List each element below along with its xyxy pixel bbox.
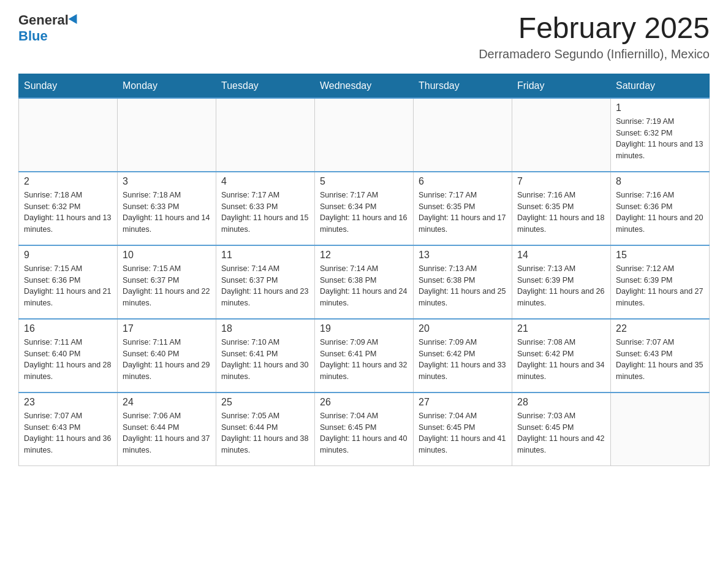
day-number: 21 bbox=[517, 323, 605, 334]
day-number: 23 bbox=[24, 397, 112, 408]
day-info: Sunrise: 7:15 AMSunset: 6:37 PMDaylight:… bbox=[123, 263, 211, 309]
day-of-week-header: Tuesday bbox=[216, 74, 315, 98]
day-number: 3 bbox=[123, 176, 211, 187]
day-info: Sunrise: 7:13 AMSunset: 6:38 PMDaylight:… bbox=[419, 263, 507, 309]
calendar-day-cell: 5Sunrise: 7:17 AMSunset: 6:34 PMDaylight… bbox=[315, 172, 414, 245]
day-number: 6 bbox=[419, 176, 507, 187]
calendar-day-cell: 21Sunrise: 7:08 AMSunset: 6:42 PMDayligh… bbox=[512, 319, 611, 393]
day-number: 11 bbox=[221, 250, 309, 261]
day-info: Sunrise: 7:11 AMSunset: 6:40 PMDaylight:… bbox=[123, 337, 211, 383]
calendar-day-cell: 26Sunrise: 7:04 AMSunset: 6:45 PMDayligh… bbox=[315, 393, 414, 466]
day-number: 4 bbox=[221, 176, 309, 187]
calendar-week-row: 1Sunrise: 7:19 AMSunset: 6:32 PMDaylight… bbox=[19, 98, 710, 172]
logo-triangle-icon bbox=[69, 14, 82, 26]
calendar-day-cell: 10Sunrise: 7:15 AMSunset: 6:37 PMDayligh… bbox=[118, 245, 216, 319]
calendar-day-cell: 11Sunrise: 7:14 AMSunset: 6:37 PMDayligh… bbox=[216, 245, 315, 319]
day-info: Sunrise: 7:03 AMSunset: 6:45 PMDaylight:… bbox=[517, 410, 605, 456]
day-info: Sunrise: 7:14 AMSunset: 6:38 PMDaylight:… bbox=[320, 263, 408, 309]
calendar-day-cell bbox=[414, 98, 512, 172]
header-row: SundayMondayTuesdayWednesdayThursdayFrid… bbox=[19, 74, 710, 98]
day-info: Sunrise: 7:18 AMSunset: 6:32 PMDaylight:… bbox=[24, 190, 112, 236]
day-number: 9 bbox=[24, 250, 112, 261]
day-number: 8 bbox=[616, 176, 704, 187]
day-info: Sunrise: 7:15 AMSunset: 6:36 PMDaylight:… bbox=[24, 263, 112, 309]
calendar-day-cell: 1Sunrise: 7:19 AMSunset: 6:32 PMDaylight… bbox=[611, 98, 710, 172]
day-number: 20 bbox=[419, 323, 507, 334]
day-number: 14 bbox=[517, 250, 605, 261]
day-number: 27 bbox=[419, 397, 507, 408]
day-info: Sunrise: 7:07 AMSunset: 6:43 PMDaylight:… bbox=[616, 337, 704, 383]
calendar-day-cell: 23Sunrise: 7:07 AMSunset: 6:43 PMDayligh… bbox=[19, 393, 118, 466]
day-info: Sunrise: 7:19 AMSunset: 6:32 PMDaylight:… bbox=[616, 116, 704, 162]
calendar-day-cell: 15Sunrise: 7:12 AMSunset: 6:39 PMDayligh… bbox=[611, 245, 710, 319]
calendar-day-cell: 22Sunrise: 7:07 AMSunset: 6:43 PMDayligh… bbox=[611, 319, 710, 393]
calendar-day-cell: 6Sunrise: 7:17 AMSunset: 6:35 PMDaylight… bbox=[414, 172, 512, 245]
calendar-day-cell: 27Sunrise: 7:04 AMSunset: 6:45 PMDayligh… bbox=[414, 393, 512, 466]
day-of-week-header: Monday bbox=[118, 74, 216, 98]
day-number: 28 bbox=[517, 397, 605, 408]
calendar-day-cell: 4Sunrise: 7:17 AMSunset: 6:33 PMDaylight… bbox=[216, 172, 315, 245]
calendar-day-cell: 14Sunrise: 7:13 AMSunset: 6:39 PMDayligh… bbox=[512, 245, 611, 319]
calendar-day-cell bbox=[19, 98, 118, 172]
day-info: Sunrise: 7:09 AMSunset: 6:41 PMDaylight:… bbox=[320, 337, 408, 383]
day-number: 7 bbox=[517, 176, 605, 187]
day-info: Sunrise: 7:11 AMSunset: 6:40 PMDaylight:… bbox=[24, 337, 112, 383]
location-title: Derramadero Segundo (Infiernillo), Mexic… bbox=[479, 47, 710, 61]
calendar-day-cell bbox=[216, 98, 315, 172]
day-number: 16 bbox=[24, 323, 112, 334]
day-number: 10 bbox=[123, 250, 211, 261]
calendar-day-cell bbox=[512, 98, 611, 172]
day-number: 25 bbox=[221, 397, 309, 408]
calendar-day-cell: 12Sunrise: 7:14 AMSunset: 6:38 PMDayligh… bbox=[315, 245, 414, 319]
day-info: Sunrise: 7:06 AMSunset: 6:44 PMDaylight:… bbox=[123, 410, 211, 456]
calendar-week-row: 16Sunrise: 7:11 AMSunset: 6:40 PMDayligh… bbox=[19, 319, 710, 393]
day-of-week-header: Thursday bbox=[414, 74, 512, 98]
day-info: Sunrise: 7:12 AMSunset: 6:39 PMDaylight:… bbox=[616, 263, 704, 309]
calendar-day-cell: 16Sunrise: 7:11 AMSunset: 6:40 PMDayligh… bbox=[19, 319, 118, 393]
day-info: Sunrise: 7:04 AMSunset: 6:45 PMDaylight:… bbox=[320, 410, 408, 456]
day-number: 15 bbox=[616, 250, 704, 261]
day-number: 12 bbox=[320, 250, 408, 261]
day-info: Sunrise: 7:18 AMSunset: 6:33 PMDaylight:… bbox=[123, 190, 211, 236]
calendar-week-row: 23Sunrise: 7:07 AMSunset: 6:43 PMDayligh… bbox=[19, 393, 710, 466]
day-number: 24 bbox=[123, 397, 211, 408]
day-number: 22 bbox=[616, 323, 704, 334]
day-of-week-header: Wednesday bbox=[315, 74, 414, 98]
day-number: 19 bbox=[320, 323, 408, 334]
day-info: Sunrise: 7:17 AMSunset: 6:33 PMDaylight:… bbox=[221, 190, 309, 236]
calendar-day-cell: 25Sunrise: 7:05 AMSunset: 6:44 PMDayligh… bbox=[216, 393, 315, 466]
day-number: 2 bbox=[24, 176, 112, 187]
month-title: February 2025 bbox=[479, 12, 710, 45]
day-info: Sunrise: 7:09 AMSunset: 6:42 PMDaylight:… bbox=[419, 337, 507, 383]
day-info: Sunrise: 7:04 AMSunset: 6:45 PMDaylight:… bbox=[419, 410, 507, 456]
calendar-table: SundayMondayTuesdayWednesdayThursdayFrid… bbox=[18, 74, 710, 467]
day-info: Sunrise: 7:16 AMSunset: 6:36 PMDaylight:… bbox=[616, 190, 704, 236]
day-of-week-header: Sunday bbox=[19, 74, 118, 98]
calendar-day-cell: 17Sunrise: 7:11 AMSunset: 6:40 PMDayligh… bbox=[118, 319, 216, 393]
calendar-week-row: 9Sunrise: 7:15 AMSunset: 6:36 PMDaylight… bbox=[19, 245, 710, 319]
title-block: February 2025 Derramadero Segundo (Infie… bbox=[479, 12, 710, 61]
calendar-header: SundayMondayTuesdayWednesdayThursdayFrid… bbox=[19, 74, 710, 98]
calendar-day-cell: 20Sunrise: 7:09 AMSunset: 6:42 PMDayligh… bbox=[414, 319, 512, 393]
calendar-day-cell: 19Sunrise: 7:09 AMSunset: 6:41 PMDayligh… bbox=[315, 319, 414, 393]
day-number: 26 bbox=[320, 397, 408, 408]
day-info: Sunrise: 7:05 AMSunset: 6:44 PMDaylight:… bbox=[221, 410, 309, 456]
day-info: Sunrise: 7:17 AMSunset: 6:35 PMDaylight:… bbox=[419, 190, 507, 236]
day-info: Sunrise: 7:16 AMSunset: 6:35 PMDaylight:… bbox=[517, 190, 605, 236]
page-header: General Blue February 2025 Derramadero S… bbox=[18, 12, 710, 61]
day-info: Sunrise: 7:07 AMSunset: 6:43 PMDaylight:… bbox=[24, 410, 112, 456]
calendar-day-cell bbox=[118, 98, 216, 172]
calendar-day-cell bbox=[315, 98, 414, 172]
calendar-day-cell: 24Sunrise: 7:06 AMSunset: 6:44 PMDayligh… bbox=[118, 393, 216, 466]
day-number: 18 bbox=[221, 323, 309, 334]
day-number: 1 bbox=[616, 102, 704, 113]
logo: General Blue bbox=[18, 12, 80, 44]
calendar-body: 1Sunrise: 7:19 AMSunset: 6:32 PMDaylight… bbox=[19, 98, 710, 466]
day-number: 13 bbox=[419, 250, 507, 261]
day-info: Sunrise: 7:13 AMSunset: 6:39 PMDaylight:… bbox=[517, 263, 605, 309]
calendar-day-cell: 9Sunrise: 7:15 AMSunset: 6:36 PMDaylight… bbox=[19, 245, 118, 319]
day-number: 5 bbox=[320, 176, 408, 187]
day-info: Sunrise: 7:10 AMSunset: 6:41 PMDaylight:… bbox=[221, 337, 309, 383]
day-of-week-header: Saturday bbox=[611, 74, 710, 98]
logo-blue-text: Blue bbox=[18, 28, 48, 44]
